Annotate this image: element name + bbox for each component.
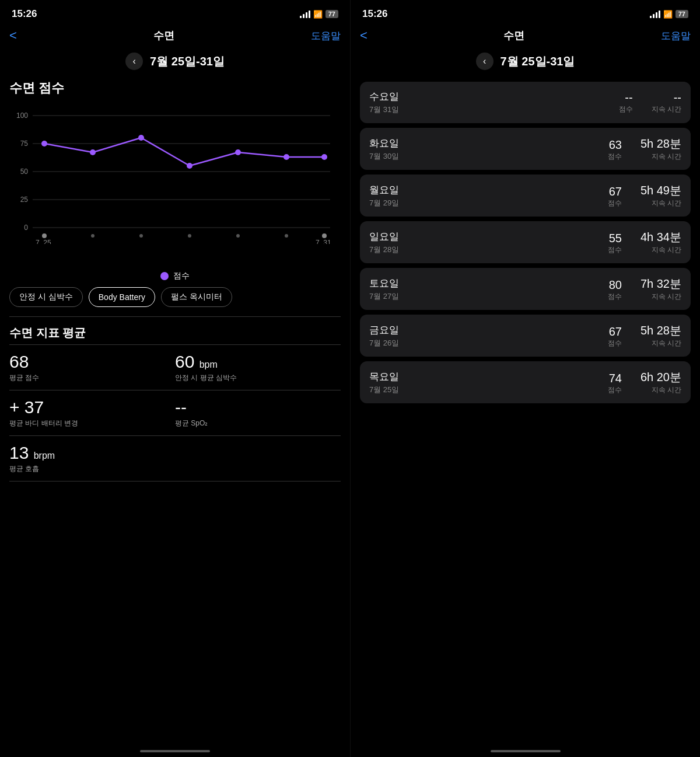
svg-point-14	[236, 234, 240, 238]
legend-label: 점수	[173, 271, 190, 281]
day-date-0: 7월 31일	[369, 104, 399, 115]
score-col-0: -- 점수	[619, 91, 633, 114]
list-item-right-4: 80 점수 7h 32분 지속 시간	[608, 276, 681, 302]
list-item-5[interactable]: 금요일 7월 26일 67 점수 5h 28분 지속 시간	[360, 315, 691, 357]
svg-point-13	[188, 234, 191, 238]
duration-lbl-3: 지속 시간	[640, 245, 681, 255]
stat-label-0: 평균 점수	[9, 373, 175, 383]
svg-text:7. 31.: 7. 31.	[316, 239, 333, 244]
svg-point-19	[41, 141, 47, 146]
help-button-right[interactable]: 도움말	[661, 29, 691, 43]
svg-point-16	[322, 233, 327, 238]
duration-lbl-2: 지속 시간	[640, 198, 681, 208]
status-time-left: 15:26	[12, 8, 37, 20]
list-item-1[interactable]: 화요일 7월 30일 63 점수 5h 28분 지속 시간	[360, 128, 691, 170]
duration-col-2: 5h 49분 지속 시간	[640, 183, 681, 208]
list-item-right-5: 67 점수 5h 28분 지속 시간	[608, 323, 681, 348]
svg-text:25: 25	[20, 196, 29, 204]
score-val-6: 74	[608, 372, 622, 385]
svg-point-12	[139, 234, 143, 238]
list-item-2[interactable]: 월요일 7월 29일 67 점수 5h 49분 지속 시간	[360, 175, 691, 217]
svg-point-15	[285, 234, 288, 238]
prev-date-right[interactable]: ‹	[476, 53, 494, 70]
svg-point-20	[90, 149, 96, 155]
svg-text:50: 50	[20, 168, 29, 176]
battery-right: 77	[676, 10, 688, 18]
stat-value-0: 68	[9, 352, 175, 372]
home-indicator-right	[491, 750, 561, 752]
stat-label-2: 평균 바디 배터리 변경	[9, 418, 175, 428]
svg-point-24	[284, 154, 289, 160]
left-screen: 15:26 📶 77 < 수면 도움말 ‹ 7월 25일-31일 수면 점수	[0, 0, 350, 757]
nav-bar-right: < 수면 도움말	[351, 26, 700, 48]
stat-label-4: 평균 호흡	[9, 464, 341, 474]
back-button-right[interactable]: <	[360, 28, 368, 43]
stat-label-1: 안정 시 평균 심박수	[175, 373, 341, 383]
stat-cell-1: 60 bpm 안정 시 평균 심박수	[175, 345, 341, 390]
day-date-4: 7월 27일	[369, 291, 399, 302]
stat-cell-4: 13 brpm 평균 호흡	[9, 436, 341, 482]
status-icons-left: 📶 77	[300, 10, 338, 19]
score-val-5: 67	[608, 325, 622, 339]
svg-text:75: 75	[20, 139, 29, 148]
day-name-2: 월요일	[369, 183, 399, 197]
sleep-list: 수요일 7월 31일 -- 점수 -- 지속 시간 화요일 7월 30일	[351, 77, 700, 413]
list-item-6[interactable]: 목요일 7월 25일 74 점수 6h 20분 지속 시간	[360, 361, 691, 403]
duration-val-1: 5h 28분	[640, 136, 681, 152]
svg-text:100: 100	[16, 111, 28, 120]
status-icons-right: 📶 77	[650, 10, 688, 19]
list-item-3[interactable]: 일요일 7월 28일 55 점수 4h 34분 지속 시간	[360, 221, 691, 263]
svg-text:7. 25.: 7. 25.	[36, 239, 53, 244]
list-item-left-6: 목요일 7월 25일	[369, 370, 399, 395]
filter-btn-0[interactable]: 안정 시 심박수	[9, 287, 83, 307]
stat-value-2: + 37	[9, 397, 175, 417]
score-lbl-4: 점수	[608, 292, 622, 302]
signal-icon-right	[650, 11, 660, 18]
filter-row: 안정 시 심박수 Body Battery 펄스 옥시미터	[0, 287, 350, 316]
duration-col-4: 7h 32분 지속 시간	[640, 276, 681, 302]
status-time-right: 15:26	[362, 8, 387, 20]
back-button-left[interactable]: <	[9, 28, 17, 43]
duration-col-5: 5h 28분 지속 시간	[640, 323, 681, 348]
right-screen: 15:26 📶 77 < 수면 도움말 ‹ 7월 25일-31일 수요일 7월 …	[350, 0, 700, 757]
duration-col-1: 5h 28분 지속 시간	[640, 136, 681, 162]
filter-btn-1[interactable]: Body Battery	[89, 287, 155, 307]
day-name-4: 토요일	[369, 277, 399, 290]
stat-value-1: 60 bpm	[175, 352, 341, 372]
wifi-icon-left: 📶	[313, 10, 323, 19]
prev-date-left[interactable]: ‹	[125, 53, 143, 70]
duration-col-6: 6h 20분 지속 시간	[640, 369, 681, 395]
help-button-left[interactable]: 도움말	[311, 29, 341, 43]
svg-point-10	[42, 233, 47, 238]
score-val-3: 55	[608, 232, 622, 245]
duration-col-0: -- 지속 시간	[652, 91, 681, 114]
day-name-5: 금요일	[369, 323, 399, 337]
battery-left: 77	[326, 10, 338, 18]
score-col-2: 67 점수	[608, 185, 622, 208]
list-item-4[interactable]: 토요일 7월 27일 80 점수 7h 32분 지속 시간	[360, 268, 691, 310]
stat-cell-0: 68 평균 점수	[9, 345, 175, 390]
score-val-1: 63	[608, 138, 622, 152]
duration-val-2: 5h 49분	[640, 183, 681, 198]
score-val-2: 67	[608, 185, 622, 198]
duration-col-3: 4h 34분 지속 시간	[640, 229, 681, 255]
stat-value-4: 13 brpm	[9, 443, 341, 463]
score-col-5: 67 점수	[608, 325, 622, 348]
score-col-4: 80 점수	[608, 278, 622, 302]
nav-title-left: 수면	[153, 29, 174, 43]
stats-section-title: 수면 지표 평균	[0, 317, 350, 344]
stat-cell-3: -- 평균 SpO₂	[175, 390, 341, 436]
duration-val-3: 4h 34분	[640, 229, 681, 245]
home-indicator-left	[140, 750, 210, 752]
list-item-right-6: 74 점수 6h 20분 지속 시간	[608, 369, 681, 395]
chart-legend: 점수	[0, 267, 350, 287]
list-item-left-1: 화요일 7월 30일	[369, 137, 399, 162]
date-nav-left: ‹ 7월 25일-31일	[0, 48, 350, 77]
score-val-4: 80	[608, 278, 622, 292]
day-date-5: 7월 26일	[369, 338, 399, 348]
list-item-0[interactable]: 수요일 7월 31일 -- 점수 -- 지속 시간	[360, 82, 691, 123]
status-bar-right: 15:26 📶 77	[351, 0, 700, 26]
stat-label-3: 평균 SpO₂	[175, 418, 341, 428]
filter-btn-2[interactable]: 펄스 옥시미터	[161, 287, 232, 307]
stat-cell-2: + 37 평균 바디 배터리 변경	[9, 390, 175, 436]
